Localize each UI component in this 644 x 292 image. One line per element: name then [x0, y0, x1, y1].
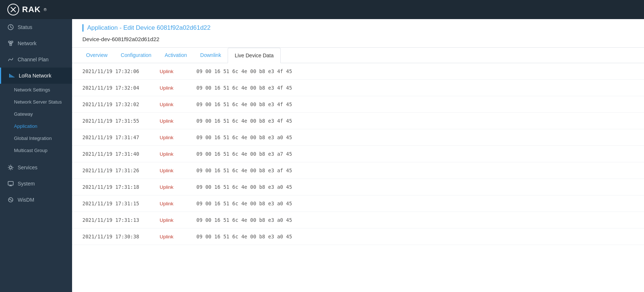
row-type: Uplink [160, 102, 182, 107]
page-title: Application - Edit Device 6081f92a02d61d… [82, 24, 634, 32]
table-row: 2021/11/19 17:32:04 Uplink 09 00 16 51 6… [72, 80, 644, 96]
table-row: 2021/11/19 17:31:13 Uplink 09 00 16 51 6… [72, 212, 644, 228]
row-data: 09 00 16 51 6c 4e 00 b8 e3 4f 45 [196, 85, 292, 91]
row-type: Uplink [160, 201, 182, 206]
row-type: Uplink [160, 135, 182, 140]
sidebar-item-lora-network[interactable]: LoRa Network [0, 68, 72, 84]
sidebar-item-channel-label: Channel Plan [18, 57, 49, 62]
row-data: 09 00 16 51 6c 4e 00 b8 e3 a0 45 [196, 217, 292, 223]
channel-icon [7, 56, 14, 63]
svg-rect-11 [8, 181, 13, 185]
submenu-item-multicast-group[interactable]: Multicast Group [0, 144, 72, 156]
svg-rect-6 [10, 75, 11, 77]
logo-text: RAK [22, 5, 41, 14]
row-data: 09 00 16 51 6c 4e 00 b8 e3 af 45 [196, 167, 292, 173]
row-type: Uplink [160, 217, 182, 223]
sidebar-item-wisdm[interactable]: WisDM [0, 192, 72, 208]
row-type: Uplink [160, 234, 182, 239]
status-icon [7, 24, 14, 30]
table-row: 2021/11/19 17:31:18 Uplink 09 00 16 51 6… [72, 179, 644, 195]
row-data: 09 00 16 51 6c 4e 00 b8 e3 a0 45 [196, 234, 292, 239]
sidebar-item-network[interactable]: Network [0, 35, 72, 51]
svg-rect-8 [13, 76, 13, 77]
row-type: Uplink [160, 118, 182, 124]
row-type: Uplink [160, 168, 182, 173]
table-row: 2021/11/19 17:31:55 Uplink 09 00 16 51 6… [72, 113, 644, 129]
row-timestamp: 2021/11/19 17:31:26 [82, 167, 145, 173]
row-timestamp: 2021/11/19 17:31:47 [82, 134, 145, 140]
page-header: Application - Edit Device 6081f92a02d61d… [72, 19, 644, 48]
svg-rect-5 [9, 74, 10, 77]
submenu-item-application[interactable]: Application [0, 120, 72, 132]
system-icon [7, 180, 14, 187]
wisdm-icon [7, 197, 14, 203]
row-type: Uplink [160, 85, 182, 91]
svg-rect-7 [11, 75, 12, 77]
live-device-data-section: 2021/11/19 17:32:06 Uplink 09 00 16 51 6… [72, 63, 644, 292]
row-timestamp: 2021/11/19 17:32:04 [82, 85, 145, 91]
row-data: 09 00 16 51 6c 4e 00 b8 e3 a0 45 [196, 184, 292, 190]
services-icon [7, 164, 14, 171]
tab-configuration[interactable]: Configuration [114, 48, 158, 63]
sidebar-item-system[interactable]: System [0, 176, 72, 192]
rak-logo-icon [7, 4, 19, 15]
submenu-item-network-server-status[interactable]: Network Server Status [0, 96, 72, 108]
row-timestamp: 2021/11/19 17:31:15 [82, 201, 145, 206]
row-timestamp: 2021/11/19 17:31:13 [82, 217, 145, 223]
row-timestamp: 2021/11/19 17:31:55 [82, 118, 145, 124]
table-row: 2021/11/19 17:31:47 Uplink 09 00 16 51 6… [72, 129, 644, 146]
svg-rect-2 [8, 41, 10, 43]
row-timestamp: 2021/11/19 17:31:40 [82, 151, 145, 157]
tab-overview[interactable]: Overview [79, 48, 114, 63]
sidebar: Status Network Channel Plan [0, 19, 72, 292]
sidebar-item-services-label: Services [18, 165, 38, 170]
table-row: 2021/11/19 17:32:02 Uplink 09 00 16 51 6… [72, 96, 644, 113]
tab-live-device-data[interactable]: Live Device Data [228, 48, 281, 63]
row-timestamp: 2021/11/19 17:32:02 [82, 101, 145, 107]
row-data: 09 00 16 51 6c 4e 00 b8 e3 4f 45 [196, 118, 292, 124]
device-name: Device-dev-6081f92a02d61d22 [82, 36, 634, 42]
table-row: 2021/11/19 17:31:15 Uplink 09 00 16 51 6… [72, 195, 644, 212]
row-data: 09 00 16 51 6c 4e 00 b8 e3 4f 45 [196, 101, 292, 107]
logo-reg: ® [44, 7, 47, 12]
sidebar-item-status-label: Status [18, 24, 32, 30]
submenu-item-global-integration[interactable]: Global Integration [0, 132, 72, 144]
table-row: 2021/11/19 17:30:38 Uplink 09 00 16 51 6… [72, 228, 644, 245]
sidebar-item-status[interactable]: Status [0, 19, 72, 35]
lora-icon [8, 72, 15, 79]
tab-activation[interactable]: Activation [158, 48, 194, 63]
sidebar-item-channel-plan[interactable]: Channel Plan [0, 51, 72, 68]
topbar: RAK® [0, 0, 644, 19]
row-data: 09 00 16 51 6c 4e 00 b8 e3 a7 45 [196, 151, 292, 157]
sidebar-item-system-label: System [18, 181, 35, 187]
sidebar-item-lora-label: LoRa Network [19, 73, 51, 79]
submenu-item-network-settings[interactable]: Network Settings [0, 84, 72, 96]
tab-downlink[interactable]: Downlink [193, 48, 228, 63]
sidebar-item-wisdm-label: WisDM [18, 197, 34, 203]
row-data: 09 00 16 51 6c 4e 00 b8 e3 a0 45 [196, 134, 292, 140]
row-timestamp: 2021/11/19 17:30:38 [82, 234, 145, 239]
row-type: Uplink [160, 184, 182, 190]
svg-rect-9 [14, 77, 14, 77]
svg-rect-3 [11, 41, 13, 43]
row-type: Uplink [160, 151, 182, 157]
network-icon [7, 40, 14, 47]
row-data: 09 00 16 51 6c 4e 00 b8 e3 4f 45 [196, 68, 292, 74]
table-row: 2021/11/19 17:32:06 Uplink 09 00 16 51 6… [72, 63, 644, 80]
row-timestamp: 2021/11/19 17:31:18 [82, 184, 145, 190]
table-row: 2021/11/19 17:31:40 Uplink 09 00 16 51 6… [72, 146, 644, 162]
row-type: Uplink [160, 69, 182, 74]
tabs-row: Overview Configuration Activation Downli… [72, 48, 644, 63]
content-area: Application - Edit Device 6081f92a02d61d… [72, 19, 644, 292]
sidebar-collapse-toggle[interactable]: ❮ [71, 148, 72, 163]
row-timestamp: 2021/11/19 17:32:06 [82, 68, 145, 74]
logo[interactable]: RAK® [7, 4, 47, 15]
sidebar-item-services[interactable]: Services [0, 159, 72, 176]
submenu-item-gateway[interactable]: Gateway [0, 108, 72, 120]
svg-rect-4 [10, 44, 12, 46]
table-row: 2021/11/19 17:31:26 Uplink 09 00 16 51 6… [72, 162, 644, 179]
sidebar-item-network-label: Network [18, 40, 36, 46]
row-data: 09 00 16 51 6c 4e 00 b8 e3 a0 45 [196, 201, 292, 206]
